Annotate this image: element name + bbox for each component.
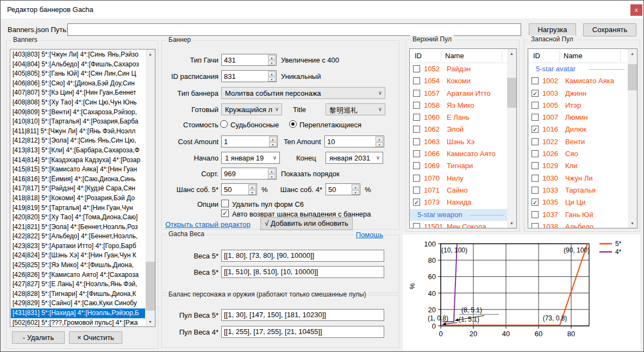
- list-item[interactable]: [420|820] 5*:[Ху Тао] 4*:[Тома,Диона,Саю…: [11, 213, 145, 223]
- list-item[interactable]: [431|831] 5*:[Нахида] 4*:[Ноэлль,Рэйзор,…: [11, 308, 145, 318]
- table-row[interactable]: 1052Райдэн: [410, 63, 507, 75]
- cost-radio-intertwined[interactable]: [289, 120, 297, 128]
- row-checkbox[interactable]: [413, 114, 420, 121]
- banners-scrollbar[interactable]: ▲▼: [146, 50, 155, 326]
- cost-radio-fate[interactable]: [220, 120, 228, 128]
- prefab-select[interactable]: Кружащийся л∨: [221, 103, 282, 115]
- table-row[interactable]: 1063Шэнь Хэ: [410, 136, 507, 148]
- banners-listbox[interactable]: [403|803] 5*:[Чжун Ли] 4*:[Синь Янь,Рэйз…: [10, 49, 155, 327]
- row-checkbox[interactable]: [413, 126, 420, 133]
- chevron-down-icon[interactable]: ∨: [378, 106, 382, 112]
- reserve-pool-listview[interactable]: ID Name 5-star avatar1002Камисато Аяка✓1…: [528, 48, 637, 229]
- spin-up-icon[interactable]: ▲: [268, 55, 276, 60]
- column-header-name[interactable]: Name: [445, 52, 464, 60]
- reserve-pool-scrollbar[interactable]: ▲▼: [628, 49, 637, 228]
- scroll-down-icon[interactable]: ▼: [628, 219, 637, 228]
- chevron-down-icon[interactable]: ∨: [275, 106, 279, 112]
- list-item[interactable]: [413|813] 5*:[Кли] 4*:[Барбара,Сахароза,…: [11, 146, 145, 156]
- scroll-up-icon[interactable]: ▲: [507, 49, 516, 58]
- table-row[interactable]: 1062Элой: [410, 123, 507, 135]
- row-checkbox[interactable]: [413, 162, 420, 169]
- row-checkbox[interactable]: ✓: [532, 90, 539, 97]
- auto-return-chance-checkbox[interactable]: ✓: [221, 209, 229, 217]
- spin-down-icon[interactable]: ▼: [248, 190, 256, 195]
- row-checkbox[interactable]: [413, 175, 420, 182]
- scroll-thumb[interactable]: [628, 64, 637, 90]
- table-row[interactable]: ✓1003Джинн: [528, 88, 628, 100]
- list-item[interactable]: [403|803] 5*:[Чжун Ли] 4*:[Синь Янь,Рэйз…: [11, 50, 145, 60]
- table-row[interactable]: 1070Нилу: [410, 172, 507, 184]
- list-item[interactable]: [418|818] 5*:[Кокоми] 4*:[Розария,Бэй До: [11, 194, 145, 203]
- row-checkbox[interactable]: [532, 138, 539, 145]
- delete-banner-button[interactable]: - Удалить: [12, 331, 65, 344]
- table-row[interactable]: ✓1035Ци Ци: [528, 196, 628, 208]
- chance5-input[interactable]: 50▲▼: [221, 183, 257, 195]
- table-row[interactable]: 1029Кли: [528, 160, 628, 172]
- row-checkbox[interactable]: ✓: [532, 126, 539, 133]
- table-row[interactable]: ✓1073Нахида: [410, 196, 507, 208]
- spin-up-icon[interactable]: ▲: [376, 137, 383, 141]
- row-checkbox[interactable]: [413, 138, 420, 145]
- table-row[interactable]: 1030Чжун Ли: [528, 172, 628, 184]
- row-checkbox[interactable]: [532, 187, 539, 194]
- list-item[interactable]: [408|808] 5*:[Ху Тао] 4*:[Син Цю,Чун Юнь: [11, 98, 145, 108]
- scroll-thumb[interactable]: [507, 78, 516, 108]
- clear-banners-button[interactable]: × Очистить: [69, 331, 122, 344]
- list-item[interactable]: [423|823] 5*:[Аратаки Итто] 4*:[Горо,Бар…: [11, 242, 145, 251]
- spin-up-icon[interactable]: ▲: [248, 184, 256, 189]
- list-item[interactable]: [406|806] 5*:[Сяо] 4*:[Диона,Бэй Доу,Син: [11, 79, 145, 89]
- table-row[interactable]: 1002Камисато Аяка: [528, 75, 628, 87]
- row-checkbox[interactable]: [532, 211, 539, 218]
- scroll-down-icon[interactable]: ▼: [507, 219, 516, 228]
- spin-up-icon[interactable]: ▲: [352, 184, 359, 189]
- row-checkbox[interactable]: [413, 90, 420, 97]
- spin-down-icon[interactable]: ▼: [269, 142, 277, 147]
- table-row[interactable]: 11501Меч Сокола: [410, 221, 507, 228]
- spin-up-icon[interactable]: ▲: [268, 71, 276, 76]
- row-checkbox[interactable]: [532, 77, 539, 84]
- table-row[interactable]: 1005Итэр: [528, 100, 628, 112]
- list-item[interactable]: [425|825] 5*:[Яэ Мико] 4*:[Фишль,Диона,: [11, 261, 145, 270]
- path-input[interactable]: [67, 23, 521, 36]
- ten-amount-input[interactable]: 10▲▼: [324, 135, 384, 147]
- row-checkbox[interactable]: ✓: [413, 199, 420, 206]
- list-item[interactable]: [416|816] 5*:[Ёимия] 4*:[Саю,Диона,Синь: [11, 175, 145, 184]
- row-checkbox[interactable]: [413, 223, 420, 228]
- table-row[interactable]: 1037Гань Юй: [528, 209, 628, 221]
- scroll-up-icon[interactable]: ▲: [628, 49, 637, 58]
- column-header-id[interactable]: ID: [533, 52, 540, 60]
- list-item[interactable]: [421|821] 5*:[Эола] 4*:[Беннет,Ноэлль,Ро…: [11, 223, 145, 232]
- title-select[interactable]: 黎明巡礼∨: [326, 103, 385, 115]
- table-row[interactable]: 1060Е Лань: [410, 112, 507, 123]
- banner-type-select[interactable]: Молитва события персонажа∨: [221, 87, 385, 99]
- table-row[interactable]: 1033Тарталья: [528, 184, 628, 196]
- load-button[interactable]: Нагрузка: [529, 23, 576, 36]
- scroll-thumb[interactable]: [146, 262, 155, 311]
- list-item[interactable]: [427|827] 5*:[Е Лань] 4*:[Ноэлль,Янь Фэй…: [11, 280, 145, 289]
- end-date-picker[interactable]: января 2031∨: [326, 152, 383, 164]
- list-item[interactable]: [502|602] 5*:[???,Громовой пульс] 4*:[Рж…: [11, 318, 145, 326]
- list-item[interactable]: [411|811] 5*:[Чжун Ли] 4*:[Янь Фэй,Ноэлл: [11, 127, 145, 137]
- table-row[interactable]: 1007Люмин: [528, 112, 628, 123]
- list-item[interactable]: [429|829] 5*:[Сайно] 4*:[Саю,Куки Синобу: [11, 299, 145, 308]
- schedule-id-input[interactable]: 831▲▼: [221, 70, 277, 82]
- chance4-input[interactable]: 50▲▼: [326, 183, 360, 195]
- pool-weights4-input[interactable]: [[1, 255], [17, 255], [21, 10455]]: [221, 326, 384, 338]
- list-item[interactable]: [414|814] 5*:[Каэдэхара Кадзуха] 4*:[Роз…: [11, 156, 145, 165]
- list-item[interactable]: [415|815] 5*:[Камисато Аяка] 4*:[Нин Гуа…: [11, 165, 145, 175]
- column-header-name[interactable]: Name: [564, 52, 583, 60]
- spin-up-icon[interactable]: ▲: [268, 169, 276, 174]
- table-row[interactable]: 1071Сайно: [410, 184, 507, 196]
- table-row[interactable]: ✓1016Дилюк: [528, 123, 628, 135]
- list-item[interactable]: [412|812] 5*:[Эола] 4*:[Синь Янь,Син Цю,: [11, 136, 145, 146]
- save-button[interactable]: Сохранять: [583, 23, 636, 36]
- pool-weights5-input[interactable]: [[1, 30], [147, 150], [181, 10230]]: [221, 309, 384, 321]
- row-checkbox[interactable]: [413, 187, 420, 194]
- list-item[interactable]: [426|826] 5*:[Камисато Аято] 4*:[Сахароз…: [11, 270, 145, 280]
- list-item[interactable]: [405|805] 5*:[Гань Юй] 4*:[Сян Лин,Син Ц: [11, 69, 145, 79]
- chevron-down-icon[interactable]: ∨: [273, 155, 277, 160]
- help-link[interactable]: Помощь: [354, 231, 385, 239]
- add-or-update-button[interactable]: √ Добавить или обновить: [260, 217, 353, 230]
- list-item[interactable]: [407|807] 5*:[Кэ Цин] 4*:[Нин Гуан,Бенне…: [11, 88, 145, 98]
- spin-down-icon[interactable]: ▼: [268, 77, 276, 82]
